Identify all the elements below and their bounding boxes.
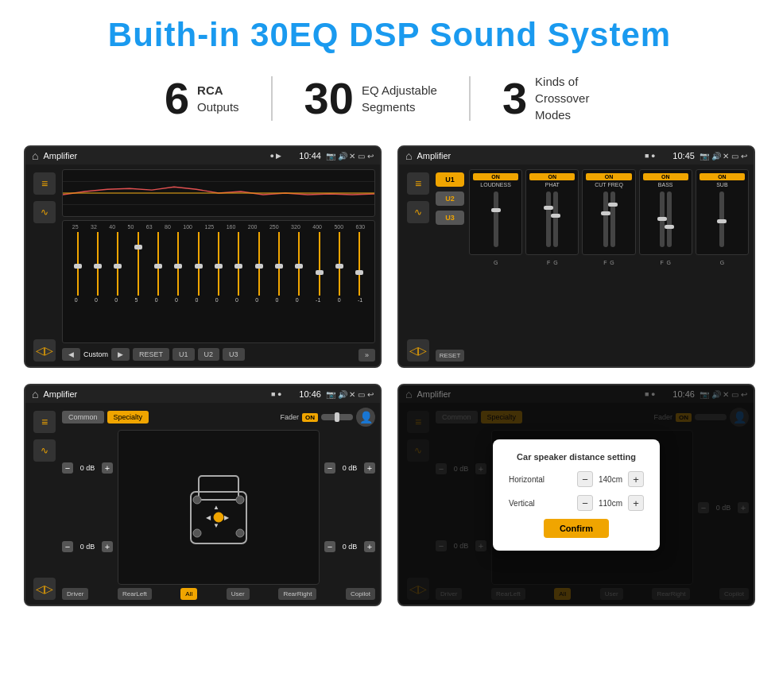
specialty-tab[interactable]: Specialty bbox=[107, 411, 149, 423]
crossover-controls: ON LOUDNESS ON bbox=[469, 169, 749, 362]
eq-home-icon[interactable]: ⌂ bbox=[32, 149, 38, 162]
fader-home-icon[interactable]: ⌂ bbox=[32, 388, 38, 400]
svg-point-8 bbox=[193, 529, 201, 537]
prev-btn[interactable]: ◀ bbox=[62, 348, 80, 361]
all-btn[interactable]: All bbox=[180, 588, 197, 600]
slider-4[interactable] bbox=[154, 232, 162, 296]
right-vol-controls: − 0 dB + − 0 dB + bbox=[324, 430, 375, 585]
slider-13[interactable] bbox=[335, 232, 343, 296]
bass-on[interactable]: ON bbox=[643, 173, 688, 180]
crossover-left-sidebar: ≡ ∿ ◁▷ bbox=[404, 169, 432, 362]
vertical-minus[interactable]: − bbox=[577, 495, 593, 511]
fader-speaker-btn[interactable]: ◁▷ bbox=[33, 578, 56, 600]
horizontal-value: 140cm bbox=[596, 475, 625, 484]
vol-row-1: − 0 dB + bbox=[62, 462, 113, 474]
vol-row-3: − 0 dB + bbox=[324, 462, 375, 474]
horizontal-plus[interactable]: + bbox=[628, 471, 644, 487]
vol1-minus[interactable]: − bbox=[62, 462, 73, 474]
u1-btn[interactable]: U1 bbox=[172, 348, 195, 361]
vol3-plus[interactable]: + bbox=[364, 462, 375, 474]
stat-eq-number: 30 bbox=[304, 76, 354, 121]
rearright-btn[interactable]: RearRight bbox=[278, 588, 316, 600]
preset-label: Custom bbox=[83, 350, 108, 358]
svg-text:▼: ▼ bbox=[213, 522, 219, 529]
slider-0[interactable] bbox=[74, 232, 82, 296]
vol3-minus[interactable]: − bbox=[324, 462, 335, 474]
slider-10[interactable] bbox=[275, 232, 283, 296]
sub-module: ON SUB bbox=[696, 169, 749, 255]
common-tab[interactable]: Common bbox=[62, 411, 104, 423]
vol4-minus[interactable]: − bbox=[324, 541, 335, 552]
crossover-home-icon[interactable]: ⌂ bbox=[405, 149, 412, 162]
cross-reset-btn[interactable]: RESET bbox=[436, 350, 464, 362]
person-icon[interactable]: 👤 bbox=[356, 408, 375, 427]
cross-eq-btn[interactable]: ≡ bbox=[407, 172, 429, 195]
slider-6[interactable] bbox=[195, 232, 203, 296]
next-btn[interactable]: ▶ bbox=[111, 348, 130, 361]
driver-btn[interactable]: Driver bbox=[62, 588, 88, 600]
sub-slider bbox=[700, 188, 745, 251]
crossover-dot-icons: ■ ● bbox=[645, 152, 655, 160]
fader-title: Amplifier bbox=[43, 389, 266, 399]
horizontal-minus[interactable]: − bbox=[577, 471, 593, 487]
vertical-label: Vertical bbox=[509, 499, 535, 508]
confirm-button[interactable]: Confirm bbox=[544, 519, 609, 538]
u3-btn[interactable]: U3 bbox=[223, 348, 245, 361]
loudness-on[interactable]: ON bbox=[473, 173, 518, 180]
vol2-minus[interactable]: − bbox=[62, 541, 73, 552]
slider-11[interactable] bbox=[295, 232, 303, 296]
eq-status-icons: 📷 🔊 ✕ ▭ ↩ bbox=[326, 152, 374, 160]
sub-label: SUB bbox=[700, 182, 745, 188]
copilot-btn[interactable]: Copilot bbox=[346, 588, 375, 600]
cross-wave-btn[interactable]: ∿ bbox=[407, 201, 429, 223]
stats-row: 6 RCA Outputs 30 EQ Adjustable Segments … bbox=[24, 73, 755, 123]
sub-on[interactable]: ON bbox=[700, 173, 745, 180]
u3-preset[interactable]: U3 bbox=[436, 211, 464, 225]
vertical-plus[interactable]: + bbox=[628, 495, 644, 511]
fader-status-icons: 📷 🔊 ✕ ▭ ↩ bbox=[326, 390, 374, 399]
fader-slider[interactable] bbox=[321, 414, 353, 420]
stat-eq-label: EQ Adjustable Segments bbox=[362, 82, 437, 115]
stat-eq: 30 EQ Adjustable Segments bbox=[273, 76, 471, 121]
rearleft-btn[interactable]: RearLeft bbox=[118, 588, 152, 600]
user-btn[interactable]: User bbox=[227, 588, 250, 600]
fader-control-row: Fader ON 👤 bbox=[280, 408, 375, 427]
svg-point-7 bbox=[236, 496, 244, 504]
module-row: ON LOUDNESS ON bbox=[469, 169, 749, 255]
slider-1[interactable] bbox=[94, 232, 102, 296]
eq-controls: ◀ Custom ▶ RESET U1 U2 U3 » bbox=[62, 346, 375, 362]
reset-btn[interactable]: RESET bbox=[133, 348, 169, 361]
phat-on[interactable]: ON bbox=[529, 173, 575, 180]
fader-status-bar: ⌂ Amplifier ■ ● 10:46 📷 🔊 ✕ ▭ ↩ bbox=[25, 385, 380, 403]
fader-wave-btn[interactable]: ∿ bbox=[33, 439, 56, 462]
fader-main: Common Specialty Fader ON 👤 bbox=[62, 408, 375, 600]
fader-eq-btn[interactable]: ≡ bbox=[33, 411, 56, 433]
cross-speaker-btn[interactable]: ◁▷ bbox=[407, 339, 429, 362]
eq-speaker-btn[interactable]: ◁▷ bbox=[33, 339, 56, 362]
slider-8[interactable] bbox=[234, 232, 242, 296]
u2-preset[interactable]: U2 bbox=[436, 191, 464, 206]
slider-9[interactable] bbox=[255, 232, 263, 296]
vol4-plus[interactable]: + bbox=[364, 541, 375, 552]
slider-7[interactable] bbox=[215, 232, 223, 296]
vol1-plus[interactable]: + bbox=[102, 462, 113, 474]
slider-3[interactable] bbox=[134, 232, 142, 296]
fader-on-btn[interactable]: ON bbox=[302, 413, 318, 422]
eq-title: Amplifier bbox=[43, 151, 265, 160]
u1-preset[interactable]: U1 bbox=[436, 172, 464, 187]
slider-14[interactable] bbox=[355, 232, 363, 296]
screens-grid: ⌂ Amplifier ● ▶ 10:44 📷 🔊 ✕ ▭ ↩ ≡ ∿ ◁▷ bbox=[24, 145, 755, 606]
horizontal-label: Horizontal bbox=[509, 475, 545, 484]
eq-status-bar: ⌂ Amplifier ● ▶ 10:44 📷 🔊 ✕ ▭ ↩ bbox=[25, 147, 380, 164]
vol2-plus[interactable]: + bbox=[102, 541, 113, 552]
expand-btn[interactable]: » bbox=[358, 349, 375, 362]
slider-12[interactable] bbox=[316, 232, 324, 296]
eq-eq-btn[interactable]: ≡ bbox=[33, 172, 56, 195]
freq-values: G F G F G F G G bbox=[469, 260, 749, 265]
u2-btn[interactable]: U2 bbox=[198, 348, 220, 361]
cutfreq-on[interactable]: ON bbox=[586, 173, 631, 180]
bass-label: BASS bbox=[643, 182, 688, 188]
slider-5[interactable] bbox=[174, 232, 182, 296]
slider-2[interactable] bbox=[114, 232, 122, 296]
eq-wave-btn[interactable]: ∿ bbox=[33, 201, 56, 223]
